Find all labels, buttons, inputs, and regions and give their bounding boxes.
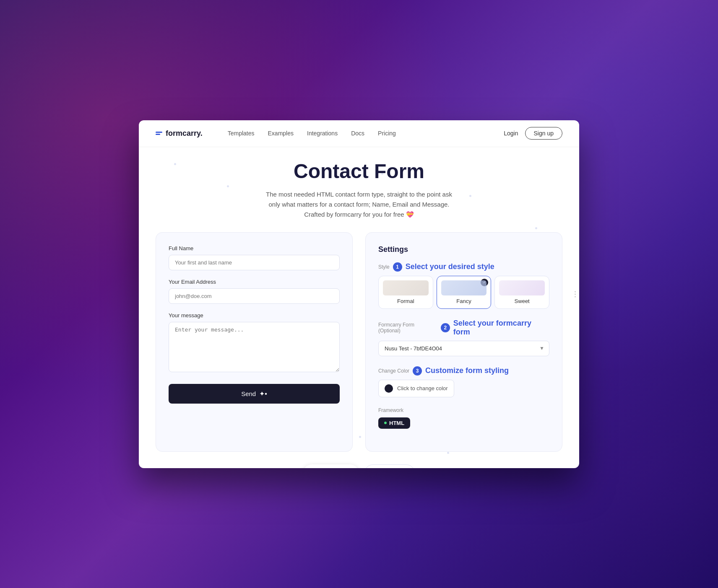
framework-label-text: Framework — [378, 407, 403, 413]
style-selector: Formal ✓ Fancy Sweet — [378, 276, 549, 309]
framework-dot — [384, 422, 387, 424]
navbar: formcarry. Templates Examples Integratio… — [139, 120, 579, 147]
color-step-badge: 3 — [413, 366, 422, 376]
settings-panel: Settings Style 1 Select your desired sty… — [365, 232, 562, 452]
formcarry-select[interactable]: Nusu Test - 7bfDE4O04 — [378, 341, 549, 356]
framework-section: Framework HTML — [378, 407, 549, 429]
code-tab[interactable]: <> Code — [364, 464, 415, 468]
form-section-label: Formcarry Form (Optional) 2 Select your … — [378, 319, 549, 337]
email-group: Your Email Address — [169, 279, 340, 304]
logo-icon — [156, 132, 162, 135]
send-button[interactable]: Send ✦• — [169, 384, 340, 404]
framework-badge[interactable]: HTML — [378, 417, 410, 429]
form-step-badge: 2 — [441, 323, 450, 332]
framework-section-label: Framework — [378, 407, 549, 413]
browser-window: formcarry. Templates Examples Integratio… — [139, 120, 579, 468]
login-button[interactable]: Login — [504, 130, 518, 137]
message-label: Your message — [169, 312, 340, 319]
formal-preview — [383, 280, 429, 295]
color-section-label: Change Color 3 Customize form styling — [378, 366, 549, 376]
style-section-label: Style 1 Select your desired style — [378, 262, 549, 272]
style-step-title: Select your desired style — [406, 262, 494, 271]
nav-pricing[interactable]: Pricing — [378, 130, 396, 137]
color-section: Change Color 3 Customize form styling Cl… — [378, 366, 549, 397]
style-section: Style 1 Select your desired style Formal… — [378, 262, 549, 309]
color-picker[interactable]: Click to change color — [378, 380, 454, 397]
style-option-sweet[interactable]: Sweet — [494, 276, 549, 309]
style-label-text: Style — [378, 264, 390, 270]
page-header: Contact Form The most needed HTML contac… — [156, 155, 562, 232]
nav-examples[interactable]: Examples — [268, 130, 294, 137]
nav-docs[interactable]: Docs — [351, 130, 364, 137]
style-option-formal[interactable]: Formal — [378, 276, 433, 309]
logo-text: formcarry. — [166, 129, 203, 138]
main-content: Contact Form The most needed HTML contac… — [139, 147, 579, 468]
style-option-fancy[interactable]: ✓ Fancy — [437, 276, 492, 309]
page-title: Contact Form — [156, 160, 562, 183]
email-input[interactable] — [169, 288, 340, 304]
form-label-text: Formcarry Form (Optional) — [378, 322, 437, 334]
style-step-badge: 1 — [393, 262, 402, 272]
page-subtitle-3: Crafted by formcarry for you for free 💝 — [156, 210, 562, 220]
color-picker-label: Click to change color — [397, 385, 448, 391]
color-swatch — [385, 384, 393, 393]
content-grid: Full Name Your Email Address Your messag… — [156, 232, 562, 452]
sweet-label: Sweet — [515, 298, 530, 304]
logo[interactable]: formcarry. — [156, 129, 203, 138]
form-select-wrapper: Nusu Test - 7bfDE4O04 ▼ — [378, 341, 549, 356]
bottom-tabs: ⊙ Preview <> Code — [156, 464, 562, 468]
color-step-title: Customize form styling — [425, 366, 509, 375]
sweet-preview — [499, 280, 545, 295]
form-panel: Full Name Your Email Address Your messag… — [156, 232, 353, 452]
framework-value: HTML — [389, 420, 404, 426]
form-select-section: Formcarry Form (Optional) 2 Select your … — [378, 319, 549, 356]
sparkles-icon: ✦• — [259, 390, 267, 398]
nav-actions: Login Sign up — [504, 127, 562, 140]
email-label: Your Email Address — [169, 279, 340, 285]
name-label: Full Name — [169, 245, 340, 251]
send-label: Send — [241, 390, 256, 397]
message-textarea[interactable] — [169, 322, 340, 372]
preview-tab[interactable]: ⊙ Preview — [303, 464, 359, 468]
nav-templates[interactable]: Templates — [228, 130, 255, 137]
color-label-text: Change Color — [378, 368, 409, 374]
formal-label: Formal — [397, 298, 414, 304]
signup-button[interactable]: Sign up — [525, 127, 562, 140]
fancy-label: Fancy — [456, 298, 471, 304]
nav-integrations[interactable]: Integrations — [307, 130, 338, 137]
nav-links: Templates Examples Integrations Docs Pri… — [228, 130, 504, 137]
page-subtitle-1: The most needed HTML contact form type, … — [156, 189, 562, 199]
page-subtitle-2: only what matters for a contact form; Na… — [156, 199, 562, 210]
settings-title: Settings — [378, 245, 549, 254]
name-input[interactable] — [169, 255, 340, 270]
name-group: Full Name — [169, 245, 340, 270]
message-group: Your message — [169, 312, 340, 374]
fancy-preview — [441, 280, 487, 295]
form-step-title: Select your formcarry form — [453, 319, 549, 337]
